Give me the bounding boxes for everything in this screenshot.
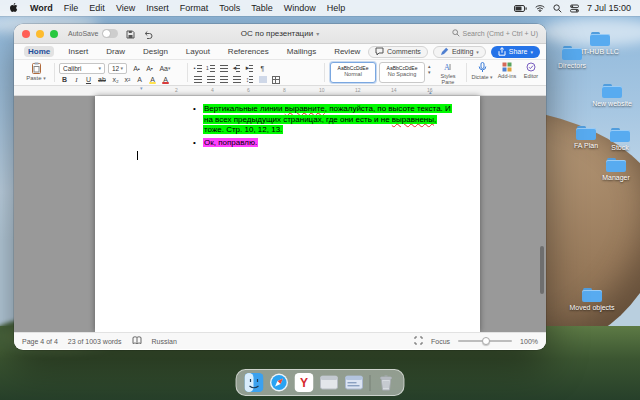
underline-button[interactable]: U: [83, 74, 94, 85]
increase-indent-button[interactable]: ▸: [244, 63, 255, 74]
text-effects-button[interactable]: A: [134, 74, 145, 85]
menu-edit[interactable]: Edit: [89, 3, 105, 13]
zoom-level[interactable]: 100%: [520, 338, 538, 345]
minimized-window-icon[interactable]: [345, 373, 364, 392]
comments-button[interactable]: Comments: [368, 46, 428, 58]
tab-mailings[interactable]: Mailings: [283, 46, 320, 57]
italic-button[interactable]: I: [71, 74, 82, 85]
minimized-window-icon[interactable]: [320, 373, 339, 392]
right-indent-marker[interactable]: ▴: [429, 89, 432, 95]
save-icon[interactable]: [126, 25, 135, 43]
change-case-button[interactable]: Aa▾: [157, 63, 173, 74]
desktop-icon-new-website[interactable]: New website: [586, 84, 638, 108]
shading-button[interactable]: [257, 74, 268, 85]
superscript-button[interactable]: x²: [122, 74, 133, 85]
focus-button[interactable]: Focus: [431, 338, 450, 345]
zoom-button[interactable]: [50, 30, 58, 38]
yandex-browser-icon[interactable]: Y: [295, 373, 314, 392]
search-field[interactable]: Search (Cmd + Ctrl + U): [452, 29, 538, 38]
tab-insert[interactable]: Insert: [64, 46, 92, 57]
editing-mode-button[interactable]: Editing▾: [433, 46, 486, 58]
font-color-button[interactable]: A: [160, 74, 171, 85]
finder-icon[interactable]: [245, 373, 264, 392]
addins-button[interactable]: Add-ins: [495, 62, 519, 79]
spotlight-icon[interactable]: [553, 4, 562, 13]
battery-icon[interactable]: [514, 5, 527, 12]
desktop-icon-directors[interactable]: Directors: [546, 46, 598, 70]
paragraph-marks-button[interactable]: ¶: [257, 63, 268, 74]
menu-file[interactable]: File: [64, 3, 79, 13]
borders-button[interactable]: [270, 74, 281, 85]
subscript-button[interactable]: x₂: [110, 74, 121, 85]
document-title[interactable]: ОС по презентации▾: [241, 29, 319, 38]
decrease-indent-button[interactable]: ◂: [231, 63, 242, 74]
paste-button[interactable]: Paste ▾: [22, 62, 50, 81]
highlight-color-button[interactable]: A: [147, 74, 158, 85]
wifi-icon[interactable]: [535, 4, 545, 12]
menu-window[interactable]: Window: [284, 3, 316, 13]
menu-view[interactable]: View: [116, 3, 135, 13]
menubar-app-name[interactable]: Word: [30, 3, 53, 13]
menu-format[interactable]: Format: [180, 3, 209, 13]
trash-icon[interactable]: [377, 373, 396, 392]
numbering-button[interactable]: 1: [205, 63, 216, 74]
bullets-button[interactable]: •: [192, 63, 203, 74]
align-right-button[interactable]: [218, 74, 229, 85]
tab-references[interactable]: References: [224, 46, 273, 57]
autosave-toggle[interactable]: [102, 29, 118, 38]
undo-icon[interactable]: [143, 25, 153, 43]
menubar-clock[interactable]: 7 Jul 15:00: [587, 3, 631, 13]
zoom-slider[interactable]: [458, 340, 512, 342]
style-no-spacing[interactable]: AaBbCcDdEe No Spacing: [379, 62, 425, 83]
document-page[interactable]: •Вертикальные линии выравните, пожалуйст…: [95, 96, 480, 332]
menu-tools[interactable]: Tools: [219, 3, 240, 13]
tab-review[interactable]: Review: [330, 46, 364, 57]
shrink-font-button[interactable]: A▾: [144, 63, 155, 74]
desktop-icon-label: Stock: [594, 144, 640, 152]
share-button[interactable]: Share▾: [491, 46, 540, 58]
minimize-button[interactable]: [36, 30, 44, 38]
page-indicator[interactable]: Page 4 of 4: [22, 338, 58, 345]
align-left-button[interactable]: [192, 74, 203, 85]
editor-button[interactable]: Editor: [519, 62, 543, 79]
zoom-slider-knob[interactable]: [482, 337, 490, 345]
justify-button[interactable]: [231, 74, 242, 85]
bold-button[interactable]: B: [59, 74, 70, 85]
tab-layout[interactable]: Layout: [182, 46, 214, 57]
dock: Y: [236, 369, 405, 396]
tab-draw[interactable]: Draw: [102, 46, 129, 57]
language-indicator[interactable]: Russian: [152, 338, 177, 345]
desktop-icon-manager[interactable]: Manager: [590, 158, 640, 182]
line-spacing-button[interactable]: ↕: [244, 74, 255, 85]
dictate-button[interactable]: Dictate ▾: [470, 62, 494, 80]
indent-marker[interactable]: ▾: [140, 85, 143, 91]
tab-home[interactable]: Home: [24, 46, 54, 57]
word-count[interactable]: 23 of 1003 words: [68, 338, 122, 345]
tab-design[interactable]: Design: [139, 46, 172, 57]
align-center-button[interactable]: [205, 74, 216, 85]
desktop-icon-stock[interactable]: Stock: [594, 128, 640, 152]
menu-table[interactable]: Table: [251, 3, 273, 13]
focus-icon: [414, 336, 423, 346]
desktop-icon-moved-objects[interactable]: Moved objects: [566, 288, 618, 312]
strikethrough-button[interactable]: ab: [95, 74, 109, 85]
ruler[interactable]: ▾ 2 4 6 8 10 12 14 16 ▴: [14, 86, 546, 96]
vertical-scrollbar[interactable]: [540, 246, 544, 294]
menu-help[interactable]: Help: [327, 3, 346, 13]
spellcheck-icon[interactable]: [132, 336, 142, 346]
dock-divider: [370, 375, 371, 391]
control-center-icon[interactable]: [570, 4, 579, 13]
safari-icon[interactable]: [270, 373, 289, 392]
styles-gallery-down-icon[interactable]: ▾: [428, 70, 431, 75]
style-normal[interactable]: AaBbCcDdEe Normal: [330, 62, 376, 83]
apple-icon[interactable]: [9, 2, 19, 15]
font-name-select[interactable]: Calibri▾: [59, 63, 105, 74]
menu-insert[interactable]: Insert: [146, 3, 169, 13]
close-button[interactable]: [22, 30, 30, 38]
editor-icon: [526, 62, 536, 72]
font-size-select[interactable]: 12▾: [108, 63, 127, 74]
grow-font-button[interactable]: A▴: [131, 63, 142, 74]
styles-pane-button[interactable]: A StylesPane: [436, 62, 460, 85]
multilevel-list-button[interactable]: [218, 63, 229, 74]
ruler-mark: 12: [355, 87, 361, 93]
